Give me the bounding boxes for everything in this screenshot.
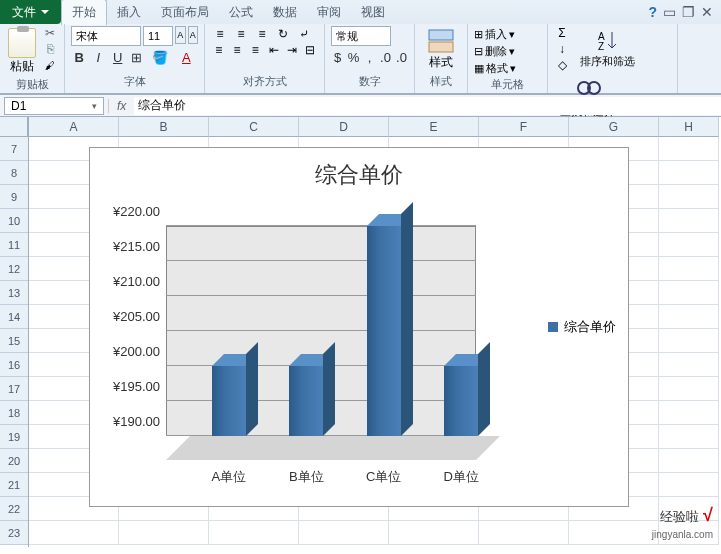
wrap-text-button[interactable]: ⤶ — [295, 26, 313, 42]
row-header-17[interactable]: 17 — [0, 377, 28, 401]
tab-insert[interactable]: 插入 — [107, 0, 151, 25]
embedded-chart[interactable]: 综合单价 ¥190.00¥195.00¥200.00¥205.00¥210.00… — [89, 147, 629, 507]
cells-group-label: 单元格 — [474, 77, 541, 94]
align-middle-button[interactable]: ≡ — [232, 26, 250, 42]
styles-label: 样式 — [429, 54, 453, 71]
restore-icon[interactable]: ❐ — [682, 4, 695, 20]
formula-input[interactable] — [134, 97, 721, 115]
row-header-18[interactable]: 18 — [0, 401, 28, 425]
decrease-indent-button[interactable]: ⇤ — [266, 42, 281, 58]
delete-cells-button[interactable]: ⊟ 删除 ▾ — [474, 43, 541, 60]
row-header-7[interactable]: 7 — [0, 137, 28, 161]
row-header-12[interactable]: 12 — [0, 257, 28, 281]
font-group-label: 字体 — [71, 74, 198, 91]
chart-bar[interactable] — [367, 226, 401, 436]
styles-button[interactable]: 样式 — [421, 26, 461, 73]
y-tick-label: ¥190.00 — [92, 414, 160, 429]
col-header-G[interactable]: G — [569, 117, 659, 137]
row-header-8[interactable]: 8 — [0, 161, 28, 185]
grid-body[interactable]: ABCDEFGH 综合单价 ¥190.00¥195.00¥200.00¥205.… — [29, 117, 721, 547]
percent-button[interactable]: % — [347, 48, 360, 66]
col-header-F[interactable]: F — [479, 117, 569, 137]
fx-label[interactable]: fx — [108, 99, 134, 113]
tab-home[interactable]: 开始 — [61, 0, 107, 25]
merge-button[interactable]: ⊟ — [303, 42, 318, 58]
border-button[interactable]: ⊞ — [129, 48, 145, 66]
chart-bar[interactable] — [289, 366, 323, 436]
increase-indent-button[interactable]: ⇥ — [284, 42, 299, 58]
paste-button[interactable]: 粘贴 — [6, 26, 38, 77]
fill-color-button[interactable]: 🪣 — [148, 48, 171, 66]
insert-cells-button[interactable]: ⊞ 插入 ▾ — [474, 26, 541, 43]
select-all-corner[interactable] — [0, 117, 28, 137]
orientation-button[interactable]: ↻ — [274, 26, 292, 42]
tab-data[interactable]: 数据 — [263, 0, 307, 25]
font-size-select[interactable] — [143, 26, 173, 46]
increase-decimal-button[interactable]: .0 — [379, 48, 392, 66]
legend-label: 综合单价 — [564, 318, 616, 336]
row-header-14[interactable]: 14 — [0, 305, 28, 329]
row-header-21[interactable]: 21 — [0, 473, 28, 497]
copy-icon[interactable] — [42, 42, 58, 56]
row-header-13[interactable]: 13 — [0, 281, 28, 305]
style-group-label: 样式 — [421, 74, 461, 91]
col-header-H[interactable]: H — [659, 117, 719, 137]
close-icon[interactable]: ✕ — [701, 4, 713, 20]
tab-review[interactable]: 审阅 — [307, 0, 351, 25]
help-icon[interactable]: ? — [648, 4, 657, 20]
cut-icon[interactable] — [42, 26, 58, 40]
clear-button[interactable]: ◇ — [554, 58, 570, 72]
align-center-button[interactable]: ≡ — [229, 42, 244, 58]
row-header-15[interactable]: 15 — [0, 329, 28, 353]
bold-button[interactable]: B — [71, 48, 87, 66]
chart-floor — [166, 436, 500, 460]
number-format-select[interactable] — [331, 26, 391, 46]
align-right-button[interactable]: ≡ — [248, 42, 263, 58]
align-bottom-button[interactable]: ≡ — [253, 26, 271, 42]
row-header-16[interactable]: 16 — [0, 353, 28, 377]
tab-formula[interactable]: 公式 — [219, 0, 263, 25]
align-left-button[interactable]: ≡ — [211, 42, 226, 58]
increase-font-button[interactable]: A — [175, 26, 186, 44]
row-header-23[interactable]: 23 — [0, 521, 28, 545]
tab-view[interactable]: 视图 — [351, 0, 395, 25]
col-header-D[interactable]: D — [299, 117, 389, 137]
format-painter-icon[interactable] — [42, 58, 58, 72]
decrease-decimal-button[interactable]: .0 — [395, 48, 408, 66]
comma-button[interactable]: , — [363, 48, 376, 66]
font-group: A A B I U ⊞ 🪣 A 字体 — [65, 24, 205, 93]
col-header-A[interactable]: A — [29, 117, 119, 137]
format-cells-button[interactable]: ▦ 格式 ▾ — [474, 60, 541, 77]
row-header-20[interactable]: 20 — [0, 449, 28, 473]
fill-button[interactable]: ↓ — [554, 42, 570, 56]
row-header-22[interactable]: 22 — [0, 497, 28, 521]
row-header-11[interactable]: 11 — [0, 233, 28, 257]
tab-layout[interactable]: 页面布局 — [151, 0, 219, 25]
y-tick-label: ¥195.00 — [92, 379, 160, 394]
italic-button[interactable]: I — [90, 48, 106, 66]
sort-filter-button[interactable]: AZ 排序和筛选 — [574, 26, 641, 71]
font-color-button[interactable]: A — [175, 48, 198, 66]
file-tab[interactable]: 文件 — [0, 0, 61, 24]
chart-bar[interactable] — [212, 366, 246, 436]
autosum-button[interactable]: Σ — [554, 26, 570, 40]
clipboard-group-label: 剪贴板 — [6, 77, 58, 94]
col-header-B[interactable]: B — [119, 117, 209, 137]
y-tick-label: ¥205.00 — [92, 309, 160, 324]
row-header-19[interactable]: 19 — [0, 425, 28, 449]
name-box[interactable]: D1 — [4, 97, 104, 115]
currency-button[interactable]: $ — [331, 48, 344, 66]
decrease-font-button[interactable]: A — [188, 26, 199, 44]
font-name-select[interactable] — [71, 26, 141, 46]
row-headers: 7891011121314151617181920212223 — [0, 117, 29, 547]
chart-bar[interactable] — [444, 366, 478, 436]
minimize-icon[interactable]: ▭ — [663, 4, 676, 20]
paste-icon — [8, 28, 36, 58]
row-header-10[interactable]: 10 — [0, 209, 28, 233]
col-header-E[interactable]: E — [389, 117, 479, 137]
underline-button[interactable]: U — [110, 48, 126, 66]
y-tick-label: ¥220.00 — [92, 204, 160, 219]
align-top-button[interactable]: ≡ — [211, 26, 229, 42]
row-header-9[interactable]: 9 — [0, 185, 28, 209]
col-header-C[interactable]: C — [209, 117, 299, 137]
